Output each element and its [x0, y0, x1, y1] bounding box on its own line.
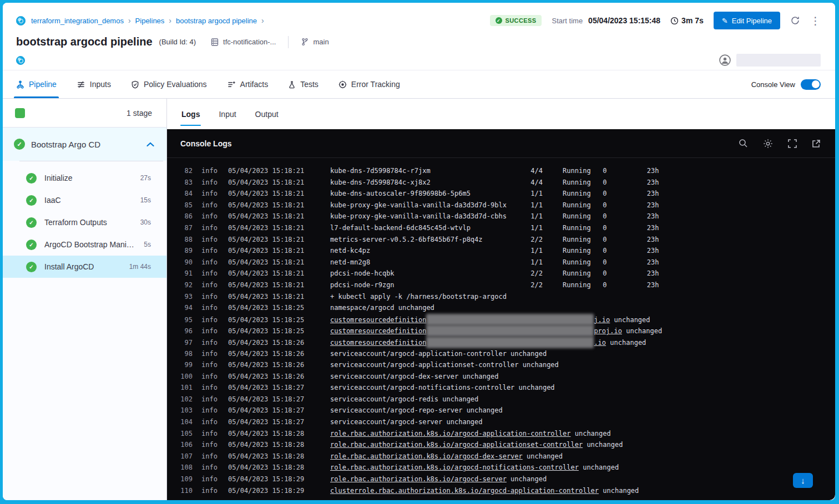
log-message: clusterrole.rbac.authorization.k8s.io/ar…: [330, 487, 639, 495]
step-initialize[interactable]: ✓ Initialize 27s: [3, 167, 166, 189]
step-install-argocd[interactable]: ✓ Install ArgoCD 1m 44s: [3, 256, 166, 278]
log-line-number: 98: [178, 348, 193, 360]
clock-icon: [670, 17, 679, 25]
user-icon[interactable]: [719, 54, 731, 66]
success-check-icon: ✓: [26, 240, 37, 250]
tab-label: Output: [255, 110, 279, 119]
app-window: terraform_integration_demos › Pipelines …: [3, 3, 835, 500]
fullscreen-icon[interactable]: [788, 139, 797, 148]
log-message: metrics-server-v0.5.2-6bf845b67f-p8q4z 2…: [330, 236, 659, 243]
search-icon[interactable]: [739, 139, 748, 148]
log-link[interactable]: customresourcedefinition: [330, 316, 426, 324]
log-timestamp: 05/04/2023 15:18:29: [228, 474, 312, 485]
repo-chip[interactable]: tfc-notification-...: [210, 38, 276, 47]
chevron-up-icon[interactable]: [146, 142, 154, 147]
log-message: kube-dns-autoscaler-9f89698b6-5p6m5 1/1 …: [330, 190, 659, 197]
log-link[interactable]: customresourcedefinition: [330, 327, 426, 335]
log-link[interactable]: customresourcedefinition: [330, 339, 426, 347]
log-link[interactable]: role.rbac.authorization.k8s.io/argocd-ap…: [330, 430, 570, 437]
console-view-toggle[interactable]: [801, 79, 821, 90]
log-line-number: 101: [178, 382, 193, 394]
log-link[interactable]: j.io: [594, 316, 610, 324]
tab-error-tracking[interactable]: Error Tracking: [338, 70, 400, 98]
log-level: info: [201, 337, 224, 349]
log-text: kube-dns-7d5998784c-r7jxm 4/4 Running 0 …: [330, 167, 659, 175]
log-line-number: 104: [178, 416, 193, 428]
edit-pipeline-label: Edit Pipeline: [732, 17, 772, 25]
breadcrumb: terraform_integration_demos › Pipelines …: [16, 16, 264, 26]
log-level: info: [201, 279, 224, 291]
log-line: 103info05/04/2023 15:18:27serviceaccount…: [178, 405, 835, 416]
log-link[interactable]: role.rbac.authorization.k8s.io/argocd-de…: [330, 452, 523, 460]
log-link[interactable]: proj.io: [594, 327, 622, 335]
log-timestamp: 05/04/2023 15:18:27: [228, 382, 312, 394]
console-log-list[interactable]: 82info05/04/2023 15:18:21kube-dns-7d5998…: [167, 158, 835, 500]
tab-pipeline[interactable]: Pipeline: [16, 70, 57, 98]
log-text: kube-dns-7d5998784c-xj8x2 4/4 Running 0 …: [330, 179, 659, 186]
log-level: info: [201, 394, 224, 405]
flask-icon: [288, 80, 296, 89]
tab-policy-evaluations[interactable]: Policy Evaluations: [131, 70, 207, 98]
step-iaac[interactable]: ✓ IaaC 15s: [3, 189, 166, 211]
tab-logs[interactable]: Logs: [180, 99, 201, 129]
pipeline-tabbar: Pipeline Inputs Policy Evaluations Artif…: [3, 70, 835, 99]
log-line: 84info05/04/2023 15:18:21kube-dns-autosc…: [178, 188, 835, 200]
log-level: info: [201, 405, 224, 416]
log-line-number: 100: [178, 371, 193, 383]
tab-inputs[interactable]: Inputs: [77, 70, 111, 98]
log-level: info: [201, 451, 224, 462]
open-in-new-icon[interactable]: [812, 139, 821, 148]
log-message: role.rbac.authorization.k8s.io/argocd-ap…: [330, 430, 611, 437]
log-line-number: 88: [178, 234, 193, 246]
tab-output[interactable]: Output: [254, 99, 280, 129]
refresh-icon[interactable]: [790, 16, 800, 26]
log-message: kube-dns-7d5998784c-xj8x2 4/4 Running 0 …: [330, 179, 659, 186]
log-timestamp: 05/04/2023 15:18:27: [228, 394, 312, 405]
tab-label: Artifacts: [240, 80, 269, 89]
breadcrumb-pipelines[interactable]: Pipelines: [135, 17, 165, 25]
log-line: 83info05/04/2023 15:18:21kube-dns-7d5998…: [178, 177, 835, 189]
log-line: 87info05/04/2023 15:18:21l7-default-back…: [178, 222, 835, 234]
stage-status-square: [15, 108, 25, 118]
log-message: netd-mn2g8 1/1 Running 0 23h: [330, 258, 659, 266]
success-check-icon: ✓: [26, 217, 37, 228]
log-level: info: [201, 177, 224, 189]
kebab-menu-icon[interactable]: ⋮: [810, 16, 821, 26]
branch-name: main: [313, 38, 328, 46]
log-message: customresourcedefinitionj.io unchanged: [330, 316, 650, 324]
log-timestamp: 05/04/2023 15:18:21: [228, 211, 312, 222]
log-line-number: 107: [178, 451, 193, 462]
log-link[interactable]: clusterrole.rbac.authorization.k8s.io/ar…: [330, 487, 599, 495]
breadcrumb-pipeline[interactable]: bootstrap argocd pipeline: [176, 17, 257, 25]
log-line: 104info05/04/2023 15:18:27serviceaccount…: [178, 416, 835, 428]
divider: [288, 36, 289, 48]
log-line: 86info05/04/2023 15:18:21kube-proxy-gke-…: [178, 211, 835, 222]
edit-pipeline-button[interactable]: ✎ Edit Pipeline: [714, 12, 780, 29]
log-text: serviceaccount/argocd-notifications-cont…: [330, 384, 555, 391]
log-text: pdcsi-node-r9zgn 2/2 Running 0 23h: [330, 281, 659, 289]
success-check-icon: ✓: [26, 262, 37, 272]
log-link[interactable]: role.rbac.authorization.k8s.io/argocd-se…: [330, 475, 507, 483]
log-level: info: [201, 222, 224, 234]
step-terraform-outputs[interactable]: ✓ Terraform Outputs 30s: [3, 211, 166, 233]
log-timestamp: 05/04/2023 15:18:21: [228, 177, 312, 189]
breadcrumb-project[interactable]: terraform_integration_demos: [31, 17, 124, 25]
log-text: kube-proxy-gke-vanilla-vanilla-da3d3d7d-…: [330, 212, 659, 220]
log-message: serviceaccount/argocd-dex-server unchang…: [330, 373, 498, 380]
pipeline-icon: [16, 80, 24, 89]
log-level: info: [201, 348, 224, 360]
log-timestamp: 05/04/2023 15:18:26: [228, 348, 312, 360]
log-timestamp: 05/04/2023 15:18:21: [228, 222, 312, 234]
tab-artifacts[interactable]: Artifacts: [227, 70, 269, 98]
scroll-to-bottom-button[interactable]: ↓: [793, 473, 813, 488]
log-link[interactable]: role.rbac.authorization.k8s.io/argocd-ap…: [330, 441, 583, 449]
tab-input[interactable]: Input: [218, 99, 237, 129]
step-argocd-bootstrap-manifest[interactable]: ✓ ArgoCD Bootstrap Manife... 5s: [3, 233, 166, 256]
log-link[interactable]: role.rbac.authorization.k8s.io/argocd-no…: [330, 464, 579, 471]
log-link[interactable]: .io: [594, 339, 606, 347]
log-line-number: 86: [178, 211, 193, 222]
branch-chip[interactable]: main: [301, 38, 328, 46]
stage-row[interactable]: ✓ Bootstrap Argo CD: [3, 128, 166, 161]
gear-icon[interactable]: [763, 139, 773, 149]
tab-tests[interactable]: Tests: [288, 70, 319, 98]
